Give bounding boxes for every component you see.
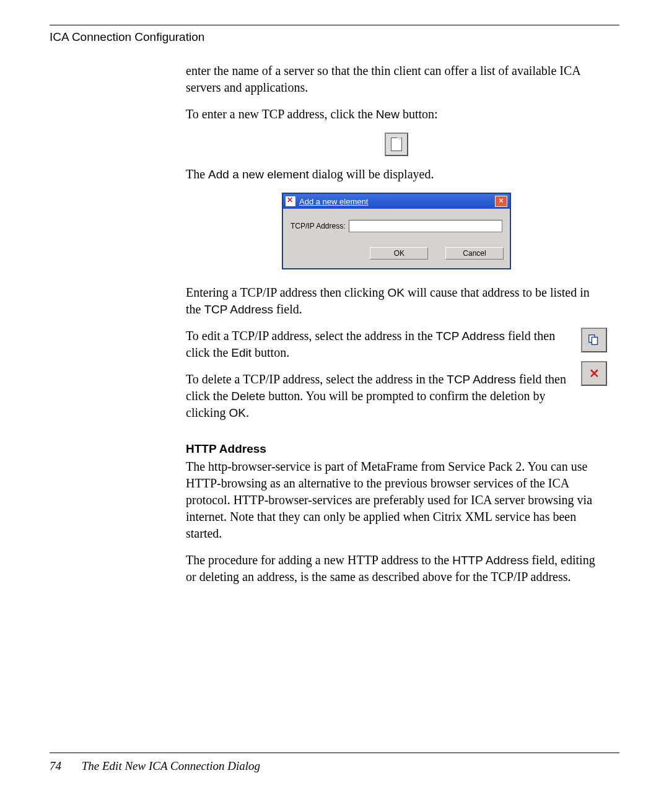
footer-section-title: The Edit New ICA Connection Dialog	[82, 759, 260, 772]
para-intro: enter the name of a server so that the t…	[186, 63, 607, 96]
close-icon[interactable]: ×	[495, 196, 507, 207]
text: The procedure for adding a new HTTP addr…	[186, 553, 452, 567]
ui-term-tcp-address-2: TCP Address	[436, 330, 505, 343]
ui-term-ok: OK	[388, 286, 404, 299]
http-address-heading: HTTP Address	[186, 442, 607, 456]
text: To edit a TCP/IP address, select the add…	[186, 329, 436, 343]
tcpip-label: TCP/IP Address:	[291, 222, 345, 230]
para-new-button: To enter a new TCP address, click the Ne…	[186, 106, 607, 123]
text: The	[186, 167, 208, 181]
ui-term-add-element: Add a new element	[208, 168, 309, 181]
dialog-title-text: Add a new element	[299, 197, 495, 206]
delete-icon: ✕	[581, 361, 607, 386]
svg-rect-1	[592, 337, 597, 344]
text: button.	[251, 346, 289, 359]
text: .	[246, 406, 249, 419]
edit-icon	[581, 328, 607, 352]
new-document-icon	[385, 133, 408, 156]
ui-term-delete: Delete	[231, 390, 265, 403]
para-dialog-intro: The Add a new element dialog will be dis…	[186, 166, 607, 183]
text: field.	[273, 302, 302, 316]
tcpip-input[interactable]	[349, 220, 502, 232]
text: dialog will be displayed.	[309, 167, 434, 181]
ui-term-tcp-address-3: TCP Address	[447, 373, 516, 386]
ui-term-http-address: HTTP Address	[452, 554, 528, 567]
para-edit: To edit a TCP/IP address, select the add…	[186, 328, 607, 361]
page-header: ICA Connection Configuration	[50, 30, 619, 44]
para-ok-result: Entering a TCP/IP address then clicking …	[186, 284, 607, 318]
add-element-dialog: Add a new element × TCP/IP Address: OK C…	[282, 193, 511, 269]
cancel-button[interactable]: Cancel	[445, 247, 504, 260]
dialog-titlebar: Add a new element ×	[283, 194, 510, 209]
page-footer: 74 The Edit New ICA Connection Dialog	[50, 759, 619, 773]
para-http-desc: The http-browser-service is part of Meta…	[186, 458, 607, 542]
text: Entering a TCP/IP address then clicking	[186, 286, 388, 299]
ui-term-new: New	[376, 108, 400, 121]
text: button:	[400, 107, 438, 121]
ui-term-edit: Edit	[231, 346, 251, 359]
page-number: 74	[50, 759, 61, 772]
ui-term-ok-2: OK	[229, 406, 245, 419]
ok-button[interactable]: OK	[370, 247, 428, 260]
text: To delete a TCP/IP address, select the a…	[186, 372, 447, 386]
dialog-app-icon	[286, 196, 295, 206]
para-delete: To delete a TCP/IP address, select the a…	[186, 371, 607, 421]
ui-term-tcp-address: TCP Address	[204, 303, 273, 316]
text: To enter a new TCP address, click the	[186, 107, 376, 121]
para-http-procedure: The procedure for adding a new HTTP addr…	[186, 552, 607, 585]
